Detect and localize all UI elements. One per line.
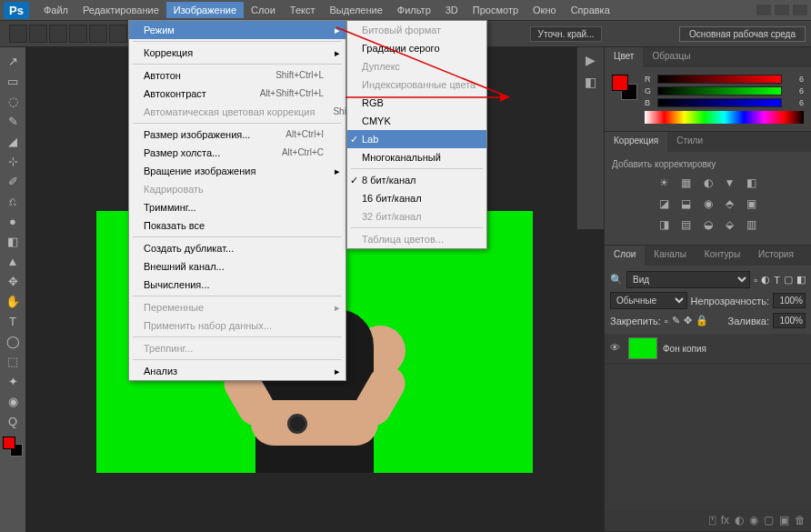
menu-3d[interactable]: 3D (438, 2, 466, 18)
adj-icon[interactable]: ◒ (700, 216, 716, 233)
tool-button[interactable]: ◉ (2, 391, 24, 411)
close-button[interactable] (793, 5, 807, 15)
menu-фильтр[interactable]: Фильтр (390, 2, 438, 18)
adj-icon[interactable]: ⬙ (722, 216, 738, 233)
tool-button[interactable]: ▲ (2, 251, 24, 271)
lock-icon[interactable]: ✥ (684, 315, 692, 326)
tab-color[interactable]: Цвет (605, 47, 643, 67)
foreground-background-color[interactable] (3, 437, 23, 457)
adj-icon[interactable]: ▤ (678, 216, 695, 233)
menu-item[interactable]: Показать все (129, 216, 345, 235)
tool-button[interactable]: ◯ (2, 331, 24, 351)
adj-icon[interactable]: ▦ (678, 175, 695, 191)
menu-item[interactable]: Создать дубликат... (129, 239, 345, 257)
tool-button[interactable]: ↗ (2, 51, 24, 71)
play-icon[interactable]: ▶ (586, 53, 596, 67)
adj-icon[interactable]: ⬘ (722, 196, 738, 212)
menu-item[interactable]: Режим▸ (129, 21, 345, 39)
adj-icon[interactable]: ◪ (656, 196, 673, 212)
workspace-switcher[interactable]: Основная рабочая среда (679, 26, 806, 42)
adj-icon[interactable]: ▼ (722, 175, 738, 191)
visibility-icon[interactable]: 👁 (610, 342, 623, 355)
fx-icon[interactable]: fx (721, 514, 729, 527)
filter-icon[interactable]: ◐ (761, 274, 770, 286)
group-icon[interactable]: ▢ (764, 514, 774, 527)
lock-icon[interactable]: ▫ (665, 316, 668, 326)
color-spectrum[interactable] (645, 111, 804, 124)
menu-окно[interactable]: Окно (526, 2, 564, 18)
menu-item[interactable]: Внешний канал... (129, 257, 345, 276)
foreground-color-swatch[interactable] (3, 437, 15, 449)
layer-filter-kind[interactable]: Вид (626, 271, 750, 288)
tool-button[interactable]: ✐ (2, 171, 24, 191)
menu-item[interactable]: Коррекция▸ (129, 44, 345, 62)
adj-icon[interactable]: ▥ (744, 216, 760, 233)
opt-icon[interactable] (9, 25, 27, 43)
submenu-item[interactable]: ✓8 бит/канал (347, 171, 486, 189)
tool-button[interactable]: ⬚ (2, 351, 24, 371)
menu-файл[interactable]: Файл (36, 2, 75, 18)
b-value[interactable]: 6 (786, 98, 804, 107)
adj-icon[interactable]: ☀ (656, 175, 673, 191)
menu-изображение[interactable]: Изображение (166, 2, 244, 18)
layer-thumbnail[interactable] (628, 337, 657, 359)
opt-icon[interactable] (29, 25, 47, 43)
fill-input[interactable] (773, 313, 806, 328)
tool-button[interactable]: ▭ (2, 71, 24, 91)
tool-button[interactable]: Q (2, 411, 24, 431)
tab-adjustments[interactable]: Коррекция (605, 132, 667, 152)
adj-icon[interactable]: ◉ (700, 196, 716, 212)
adjustment-layer-icon[interactable]: ◉ (749, 514, 758, 527)
tab-channels[interactable]: Каналы (645, 246, 696, 266)
menu-просмотр[interactable]: Просмотр (466, 2, 526, 18)
menu-item[interactable]: Вращение изображения▸ (129, 162, 345, 180)
opt-icon[interactable] (49, 25, 67, 43)
menu-item[interactable]: Тримминг... (129, 198, 345, 216)
adj-icon[interactable]: ◐ (700, 175, 716, 191)
color-swatches[interactable] (612, 75, 637, 100)
blend-mode-select[interactable]: Обычные (610, 292, 687, 309)
lock-icon[interactable]: 🔒 (696, 315, 708, 326)
filter-icon[interactable]: ▢ (784, 274, 793, 286)
opt-icon[interactable] (109, 25, 127, 43)
tool-button[interactable]: ◧ (2, 231, 24, 251)
link-layers-icon[interactable]: ⍞ (709, 514, 716, 527)
maximize-button[interactable] (775, 5, 789, 15)
tab-styles[interactable]: Стили (667, 132, 712, 152)
submenu-item[interactable]: Градации серого (347, 39, 486, 57)
tool-button[interactable]: T (2, 311, 24, 331)
g-value[interactable]: 6 (786, 86, 804, 95)
adj-icon[interactable]: ⬓ (678, 196, 695, 212)
r-value[interactable]: 6 (786, 75, 804, 84)
tool-button[interactable]: ✥ (2, 271, 24, 291)
tab-paths[interactable]: Контуры (696, 246, 749, 266)
tool-button[interactable]: ✋ (2, 291, 24, 311)
new-layer-icon[interactable]: ▣ (779, 514, 789, 527)
submenu-item[interactable]: RGB (347, 94, 486, 112)
menu-item[interactable]: Размер холста...Alt+Ctrl+C (129, 144, 345, 162)
submenu-item[interactable]: ✓Lab (347, 130, 486, 148)
menu-выделение[interactable]: Выделение (323, 2, 390, 18)
tool-button[interactable]: ✎ (2, 111, 24, 131)
filter-icon[interactable]: ▫ (754, 275, 757, 286)
filter-icon[interactable]: ◧ (796, 274, 806, 286)
tool-button[interactable]: ✦ (2, 371, 24, 391)
adj-icon[interactable]: ◨ (656, 216, 673, 233)
layer-row[interactable]: 👁 Фон копия (605, 334, 811, 364)
opt-icon[interactable] (89, 25, 107, 43)
menu-текст[interactable]: Текст (283, 2, 323, 18)
submenu-item[interactable]: Многоканальный (347, 148, 486, 166)
tab-layers[interactable]: Слои (605, 246, 645, 266)
tool-button[interactable]: ◢ (2, 131, 24, 151)
menu-item[interactable]: АвтоконтрастAlt+Shift+Ctrl+L (129, 85, 345, 103)
opt-icon[interactable] (69, 25, 87, 43)
minimize-button[interactable] (756, 5, 771, 15)
b-slider[interactable] (657, 98, 782, 107)
filter-icon[interactable]: T (774, 275, 780, 286)
r-slider[interactable] (657, 75, 782, 84)
delete-layer-icon[interactable]: 🗑 (795, 514, 806, 527)
menu-редактирование[interactable]: Редактирование (75, 2, 166, 18)
tool-button[interactable]: ◌ (2, 91, 24, 111)
menu-item[interactable]: Размер изображения...Alt+Ctrl+I (129, 125, 345, 144)
submenu-item[interactable]: 16 бит/канал (347, 189, 486, 207)
